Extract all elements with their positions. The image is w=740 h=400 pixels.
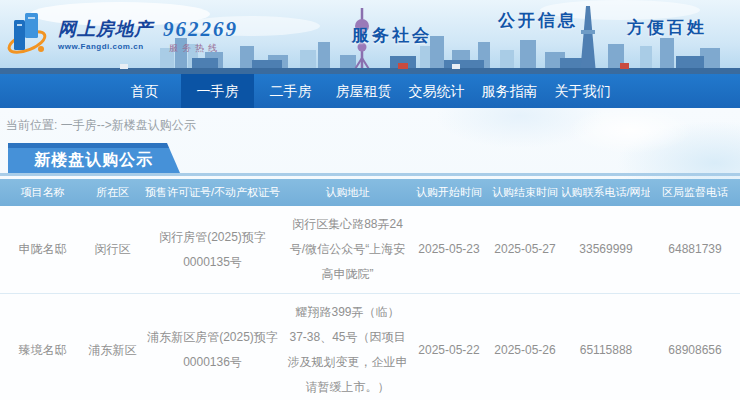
col-header-end-date: 认购结束时间 — [488, 179, 562, 206]
cell-permit: 闵行房管(2025)预字0000135号 — [140, 206, 285, 293]
site-logo[interactable]: 网上房地产 www.Fangdi.com.cn 962269 服务热线 — [6, 8, 238, 60]
content-area: 当前位置: 一手房-->新楼盘认购公示 新楼盘认购公示 项目名称 所在区 预售许… — [0, 108, 740, 400]
table-row: 申陇名邸 闵行区 闵行房管(2025)预字0000135号 闵行区集心路88弄2… — [0, 206, 740, 293]
section-divider — [0, 173, 740, 176]
cell-address: 耀翔路399弄（临） 37-38、45号（因项目涉及规划变更，企业申请暂缓上市。… — [285, 294, 410, 400]
breadcrumb: 当前位置: 一手房-->新楼盘认购公示 — [0, 108, 740, 134]
nav-item-service-guide[interactable]: 服务指南 — [473, 74, 546, 108]
nav-item-new-homes[interactable]: 一手房 — [181, 74, 254, 108]
cell-start-date: 2025-05-23 — [410, 206, 488, 293]
nav-item-transaction-stats[interactable]: 交易统计 — [400, 74, 473, 108]
nav-item-about-us[interactable]: 关于我们 — [546, 74, 619, 108]
hotline-label: 服务热线 — [163, 42, 238, 55]
cell-district: 浦东新区 — [85, 294, 140, 400]
site-name: 网上房地产 — [58, 17, 153, 41]
cell-project: 臻境名邸 — [0, 294, 85, 400]
slogan-convenience: 方便百姓 — [627, 16, 707, 39]
cell-district: 闵行区 — [85, 206, 140, 293]
section-title-tab: 新楼盘认购公示 — [8, 143, 180, 173]
cell-contact: 33569999 — [562, 206, 650, 293]
col-header-permit: 预售许可证号/不动产权证号 — [140, 179, 285, 206]
nav-item-resale-homes[interactable]: 二手房 — [254, 74, 327, 108]
page: 网上房地产 www.Fangdi.com.cn 962269 服务热线 服务社会… — [0, 0, 740, 400]
col-header-start-date: 认购开始时间 — [410, 179, 488, 206]
cell-end-date: 2025-05-27 — [488, 206, 562, 293]
table-header-row: 项目名称 所在区 预售许可证号/不动产权证号 认购地址 认购开始时间 认购结束时… — [0, 179, 740, 206]
site-url: www.Fangdi.com.cn — [58, 42, 153, 51]
col-header-project: 项目名称 — [0, 179, 85, 206]
col-header-address: 认购地址 — [285, 179, 410, 206]
cell-address: 闵行区集心路88弄24号/微信公众号“上海安高申陇院” — [285, 206, 410, 293]
header-banner: 网上房地产 www.Fangdi.com.cn 962269 服务热线 服务社会… — [0, 0, 740, 74]
col-header-supervision: 区局监督电话 — [650, 179, 740, 206]
hotline: 962269 服务热线 — [163, 17, 238, 55]
cell-supervision: 68908656 — [650, 294, 740, 400]
cell-start-date: 2025-05-22 — [410, 294, 488, 400]
col-header-contact: 认购联系电话/网址 — [562, 179, 650, 206]
cell-supervision: 64881739 — [650, 206, 740, 293]
cell-project: 申陇名邸 — [0, 206, 85, 293]
slogan-serve-society: 服务社会 — [352, 24, 432, 47]
nav-item-rental[interactable]: 房屋租赁 — [327, 74, 400, 108]
cell-contact: 65115888 — [562, 294, 650, 400]
cell-permit: 浦东新区房管(2025)预字0000136号 — [140, 294, 285, 400]
main-nav: 首页 一手房 二手房 房屋租赁 交易统计 服务指南 关于我们 — [0, 74, 740, 108]
cell-end-date: 2025-05-26 — [488, 294, 562, 400]
buildings-logo-icon — [6, 8, 50, 60]
slogan-open-information: 公开信息 — [498, 9, 578, 32]
nav-item-home[interactable]: 首页 — [108, 74, 181, 108]
col-header-district: 所在区 — [85, 179, 140, 206]
hotline-number: 962269 — [163, 17, 238, 42]
table-row: 臻境名邸 浦东新区 浦东新区房管(2025)预字0000136号 耀翔路399弄… — [0, 293, 740, 400]
